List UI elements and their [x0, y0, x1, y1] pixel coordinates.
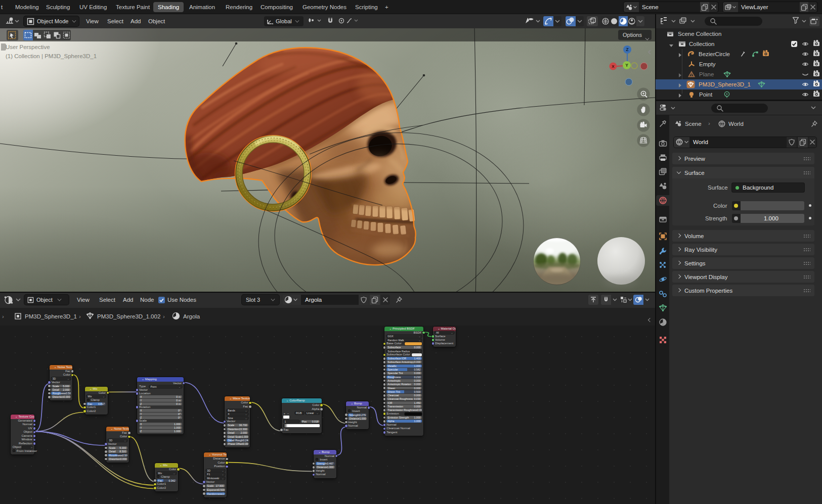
svg-text:Y: Y	[625, 63, 628, 68]
svg-text:Z: Z	[626, 47, 628, 52]
svg-text:X: X	[612, 64, 615, 69]
